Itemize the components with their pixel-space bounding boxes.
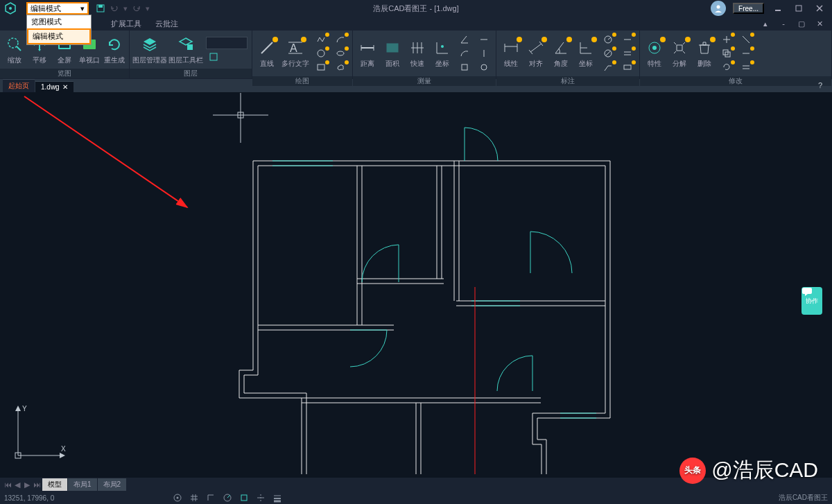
dim-aligned-icon [526, 38, 546, 58]
dim-aligned-button[interactable]: 对齐 [524, 38, 548, 69]
child-close-button[interactable]: ✕ [813, 18, 826, 29]
mode-option-edit[interactable]: 编辑模式 [27, 28, 91, 44]
tab-startpage[interactable]: 起始页 [3, 79, 35, 92]
save-icon[interactable] [96, 3, 105, 13]
dim-tol-icon[interactable] [620, 61, 635, 73]
undo-icon[interactable] [110, 4, 119, 12]
minimize-button[interactable] [771, 3, 785, 14]
modify-stack-2 [737, 32, 755, 75]
dim-ordinate-button[interactable]: 坐标 [574, 38, 598, 69]
tab-file[interactable]: 1.dwg✕ [35, 81, 73, 92]
grid-icon[interactable] [189, 492, 200, 503]
circle-icon[interactable] [313, 47, 329, 60]
move-icon[interactable] [719, 33, 734, 46]
dropdown-icon[interactable]: ▾ [123, 4, 128, 13]
collaborate-button[interactable]: 协作 [801, 287, 822, 315]
status-product: 浩辰CAD看图王 [779, 493, 828, 503]
layout-tab-2[interactable]: 布局2 [98, 478, 127, 491]
zoom-button[interactable]: 缩放 [3, 35, 26, 65]
polyline-icon[interactable] [313, 33, 329, 46]
svg-text:A: A [290, 42, 297, 54]
mtext-button[interactable]: A多行文字 [280, 38, 311, 69]
layer-tool-icon[interactable] [206, 51, 221, 63]
dropdown-icon[interactable]: ▾ [146, 4, 150, 13]
close-icon[interactable]: ✕ [62, 83, 68, 91]
dim-radius-icon[interactable] [600, 33, 616, 46]
svg-point-36 [481, 64, 487, 70]
ortho-icon[interactable] [205, 492, 216, 503]
ellipse-icon[interactable] [333, 47, 348, 60]
drawing-canvas[interactable]: Y X 协作 [0, 93, 832, 478]
dim-base-icon[interactable] [620, 47, 635, 60]
ribbon-group-label: 览图 [0, 69, 129, 78]
osnap-icon[interactable] [239, 492, 250, 503]
help-icon[interactable]: ? [818, 81, 829, 92]
snap-icon[interactable] [172, 492, 183, 503]
measure-arc-icon[interactable] [457, 47, 472, 60]
dim-cont-icon[interactable] [620, 33, 635, 46]
ribbon-minimize-icon[interactable]: ▴ [759, 18, 772, 29]
child-minimize-button[interactable]: - [777, 18, 790, 29]
copy-icon[interactable] [719, 47, 734, 60]
close-button[interactable] [813, 3, 826, 14]
dim-linear-icon [501, 38, 521, 58]
child-maximize-button[interactable]: ▢ [795, 18, 808, 29]
measure-icon-c[interactable] [476, 61, 492, 73]
properties-button[interactable]: 特性 [643, 38, 666, 69]
offset-icon[interactable] [738, 61, 754, 73]
nav-last-icon[interactable]: ⏭ [32, 480, 42, 489]
area-button[interactable]: 面积 [381, 38, 404, 69]
measure-sum-icon[interactable] [457, 61, 472, 73]
layer-manager-button[interactable]: 图层管理器 [132, 35, 167, 65]
status-bar: 13251, 17996, 0 浩辰CAD看图王 [0, 492, 832, 504]
user-avatar-icon[interactable] [711, 1, 726, 16]
explode-button[interactable]: 分解 [668, 38, 691, 69]
tab-cloud-markup[interactable]: 云批注 [148, 17, 185, 31]
layer-select-stack [205, 35, 249, 64]
ribbon-group-dimension: 线性 对齐 角度 坐标 标注 [496, 31, 640, 78]
layer-select[interactable] [206, 37, 248, 49]
layout-tab-model[interactable]: 模型 [42, 478, 67, 491]
quick-button[interactable]: 快速 [406, 38, 429, 69]
delete-button[interactable]: 删除 [693, 38, 716, 69]
dim-angle-button[interactable]: 角度 [549, 38, 573, 69]
nav-next-icon[interactable]: ▶ [22, 480, 32, 489]
collab-label: 协作 [806, 297, 818, 306]
extend-icon[interactable] [738, 47, 754, 60]
rectangle-icon[interactable] [313, 61, 329, 73]
maximize-button[interactable] [792, 3, 806, 14]
redo-icon[interactable] [132, 4, 141, 12]
rotate-icon[interactable] [719, 61, 734, 73]
tab-extensions[interactable]: 扩展工具 [104, 17, 148, 31]
line-icon [257, 38, 277, 58]
svg-rect-53 [624, 65, 631, 69]
dim-linear-button[interactable]: 线性 [499, 38, 523, 69]
svg-line-47 [608, 37, 611, 40]
zoom-icon [5, 35, 24, 54]
free-button[interactable]: Free... [733, 3, 764, 14]
dim-leader-icon[interactable] [600, 61, 616, 73]
measure-icon-a[interactable] [476, 33, 492, 46]
revcloud-icon[interactable] [333, 61, 348, 73]
dim-diameter-icon[interactable] [600, 47, 616, 60]
measure-angle-icon[interactable] [457, 33, 472, 46]
layout-tab-1[interactable]: 布局1 [68, 478, 97, 491]
lineweight-icon[interactable] [272, 492, 283, 503]
measure-icon-b[interactable] [476, 47, 492, 60]
mode-option-view[interactable]: 览图模式 [27, 15, 91, 28]
layer-toolbar-button[interactable]: 图层工具栏 [168, 35, 203, 65]
mode-select-current[interactable]: 编辑模式▾ [26, 2, 89, 15]
coord-button[interactable]: 坐标 [431, 38, 454, 69]
nav-first-icon[interactable]: ⏮ [3, 480, 12, 489]
trim-icon[interactable] [738, 33, 754, 46]
arc-icon[interactable] [333, 33, 348, 46]
distance-button[interactable]: 距离 [356, 38, 379, 69]
coord-icon [433, 38, 452, 58]
regenerate-button[interactable]: 重生成 [103, 35, 126, 65]
line-button[interactable]: 直线 [255, 38, 279, 69]
polar-icon[interactable] [222, 492, 233, 503]
mode-dropdown[interactable]: 编辑模式▾ 览图模式 编辑模式 [26, 2, 89, 15]
nav-prev-icon[interactable]: ◀ [12, 480, 22, 489]
status-tools [172, 492, 283, 503]
otrack-icon[interactable] [255, 492, 266, 503]
